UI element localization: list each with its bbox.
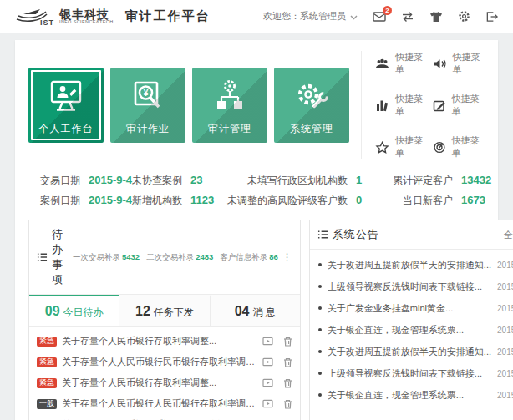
quick-menu-group[interactable]: 快捷菜单 xyxy=(375,51,428,76)
stat-value: 0 xyxy=(356,194,393,206)
svg-text:¥: ¥ xyxy=(144,89,149,98)
todo-item-text: 关于存量个人民币银行存取利率调整... xyxy=(62,377,257,389)
stat-label: 案例日期 xyxy=(40,194,80,208)
notice-item-text[interactable]: 关于银企直连，现金管理系统票... xyxy=(328,324,491,337)
notice-item-text[interactable]: 关于银企直连，现金管理系统票... xyxy=(328,389,491,402)
stat-label: 未调整的高风险评级客户数 xyxy=(227,194,348,208)
quick-menu-edit[interactable]: 快捷菜单 xyxy=(433,93,485,118)
message-icon[interactable]: 2 xyxy=(373,11,386,23)
tile-audit-management[interactable]: 审计管理 xyxy=(192,68,267,143)
notice-item-date: 2015/08/20 xyxy=(497,326,513,335)
trash-icon[interactable] xyxy=(283,357,292,367)
forward-icon[interactable] xyxy=(262,357,273,367)
quick-menu-report[interactable]: 快捷菜单 xyxy=(375,93,428,118)
trash-icon[interactable] xyxy=(283,378,292,388)
message-badge: 2 xyxy=(383,6,392,15)
module-tiles: 个人工作台 ¥ 审计作业 xyxy=(28,68,349,143)
forward-icon[interactable] xyxy=(262,378,273,387)
notice-item-text[interactable]: 关于广发金业务挂盘mini黄金... xyxy=(328,302,491,315)
tile-label: 审计作业 xyxy=(110,122,185,136)
quick-menu-label: 快捷菜单 xyxy=(395,134,428,159)
todo-tab[interactable]: 04消 息 xyxy=(211,295,300,326)
notice-item[interactable]: 关于改进周五提前放假半天的安排通知... 2015/08/20 xyxy=(310,341,513,362)
stat-value: 2015-9-4 xyxy=(89,194,132,206)
notice-item-text[interactable]: 关于改进周五提前放假半天的安排通知... xyxy=(328,346,491,358)
todo-tab[interactable]: 12任务下发 xyxy=(119,295,210,326)
todo-counter[interactable]: 客户信息补录86 xyxy=(220,252,278,263)
stat-group-customers: 累计评定客户13432 当日新客户1673 xyxy=(393,174,498,208)
notice-item-date: 2015/08/20 xyxy=(497,304,513,313)
chevron-down-icon xyxy=(350,12,358,22)
gear-icon[interactable] xyxy=(458,10,470,23)
priority-badge: 紧急 xyxy=(37,357,57,367)
edit-icon xyxy=(433,99,446,112)
notice-item-date: 2015/08/20 xyxy=(497,369,513,378)
workbench-monitor-icon xyxy=(28,78,104,116)
tile-audit-job[interactable]: ¥ 审计作业 xyxy=(110,68,185,143)
quick-menu-favorite[interactable]: 快捷菜单 xyxy=(375,134,428,159)
welcome-text: 欢迎您：系统管理员 xyxy=(263,10,346,23)
stats-row: 交易日期2015-9-4 案例日期2015-9-4 未协查案例23 新增机构数1… xyxy=(28,174,485,208)
gear-wrench-icon xyxy=(274,78,349,116)
todo-panel-title: 待办事项 xyxy=(52,227,63,287)
user-menu[interactable]: 欢迎您：系统管理员 xyxy=(263,10,358,23)
stat-label: 未协查案例 xyxy=(132,174,182,188)
notice-all-link[interactable]: 全部214 xyxy=(504,229,513,241)
stat-group-org: 未填写行政区划机构数1 未调整的高风险评级客户数0 xyxy=(227,174,393,208)
chart-icon xyxy=(375,99,389,112)
todo-item[interactable]: 紧急 关于存量个人民币银行存取利率调整... xyxy=(29,331,300,352)
notice-item-date: 2015/08/20 xyxy=(497,261,513,270)
notice-item[interactable]: 上级领导视察反洗钱时间表下载链接... 2015/08/20 xyxy=(310,362,513,384)
theme-shirt-icon[interactable] xyxy=(429,11,443,23)
priority-badge: 紧急 xyxy=(37,378,57,388)
stat-label: 新增机构数 xyxy=(132,194,182,208)
notice-item-text[interactable]: 关于改进周五提前放假半天的安排通知... xyxy=(328,259,491,271)
notice-item[interactable]: 上级领导视察反洗钱时间表下载链接... 2015/08/20 xyxy=(310,276,513,297)
tile-personal-workbench[interactable]: 个人工作台 xyxy=(28,68,104,143)
priority-badge: 一般 xyxy=(37,399,57,409)
todo-item[interactable]: 紧急 关于存量个人人民币银行民币银行存取利率调整... xyxy=(29,352,300,372)
stat-label: 当日新客户 xyxy=(393,194,453,208)
notice-panel-title: 系统公告 xyxy=(333,227,379,242)
notice-item-text[interactable]: 上级领导视察反洗钱时间表下载链接... xyxy=(328,281,491,293)
todo-counter[interactable]: 二次交易补录2483 xyxy=(146,252,213,263)
logout-icon[interactable] xyxy=(485,11,498,23)
bullet-icon xyxy=(318,393,322,397)
todo-item[interactable]: 一般 关于存量个人民币银行人民币银行存取利率调整... xyxy=(29,393,300,414)
swap-icon[interactable] xyxy=(401,11,414,23)
forward-icon[interactable] xyxy=(262,399,273,408)
notice-item[interactable]: 关于广发金业务挂盘mini黄金... 2015/08/20 xyxy=(310,297,513,319)
todo-tab[interactable]: 09今日待办 xyxy=(29,295,119,326)
notice-item-date: 2015/08/20 xyxy=(497,391,513,400)
top-header: IST 银丰科技 INFO SCIENCE&TECH 审计工作平台 欢迎您：系统… xyxy=(0,0,513,33)
todo-list: 紧急 关于存量个人民币银行存取利率调整... xyxy=(29,327,300,420)
brand-name: 银丰科技 xyxy=(59,8,114,20)
trash-icon[interactable] xyxy=(283,399,292,409)
main-card: 个人工作台 ¥ 审计作业 xyxy=(15,40,498,420)
quick-menu-label: 快捷菜单 xyxy=(453,51,485,76)
trash-icon[interactable] xyxy=(283,337,292,347)
stat-value: 1123 xyxy=(190,194,227,206)
quick-menu-target[interactable]: 快捷菜单 xyxy=(433,134,485,159)
brand-subtitle: INFO SCIENCE&TECH xyxy=(59,20,114,25)
stat-value: 1 xyxy=(356,174,393,186)
notice-item[interactable]: 关于改进周五提前放假半天的安排通知... 2015/08/20 xyxy=(310,254,513,276)
notice-item-text[interactable]: 上级领导视察反洗钱时间表下载链接... xyxy=(328,367,491,380)
todo-item[interactable]: 一般 关于存量个人民币银行币银行存取利率调整... xyxy=(29,414,300,420)
todo-counter[interactable]: 一次交易补录5432 xyxy=(73,252,140,263)
more-menu-icon[interactable]: ⋮ xyxy=(282,252,292,262)
todo-panel: 待办事项 一次交易补录5432 二次交易补录2483 客户信息补录86 ⋮ 09… xyxy=(28,220,301,420)
notice-item[interactable]: 关于银企直连，现金管理系统票... 2015/08/20 xyxy=(310,319,513,341)
stat-label: 未填写行政区划机构数 xyxy=(227,174,348,188)
todo-item-text: 关于存量个人人民币银行民币银行存取利率调整... xyxy=(62,356,257,368)
stat-value: 2015-9-4 xyxy=(89,174,132,186)
tile-system-management[interactable]: 系统管理 xyxy=(274,68,349,143)
todo-item[interactable]: 紧急 关于存量个人民币银行存取利率调整... xyxy=(29,372,300,393)
quick-menu: 快捷菜单 快捷菜单 快 xyxy=(361,51,485,159)
tile-label: 审计管理 xyxy=(192,122,267,136)
notice-panel: 系统公告 全部214 关于改进周五提前放假半天的安排通知... 2015/08/… xyxy=(309,220,513,420)
forward-icon[interactable] xyxy=(262,337,273,346)
list-icon xyxy=(317,230,328,240)
quick-menu-speaker[interactable]: 快捷菜单 xyxy=(433,51,485,76)
notice-item[interactable]: 关于银企直连，现金管理系统票... 2015/08/20 xyxy=(310,384,513,406)
